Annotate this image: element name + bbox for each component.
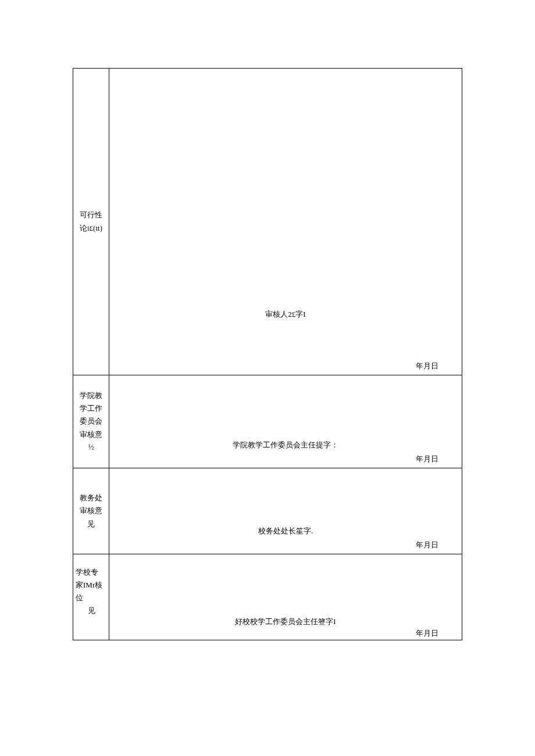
label-line: 学工作: [74, 402, 108, 415]
row-label-cell: 学院教 学工作 委员会 审核意 ½: [73, 375, 109, 468]
row-content-cell: 学院教学工作委员会主任提字： 年月日: [109, 375, 462, 468]
signer-line: 审核人2£字I: [109, 309, 462, 320]
approval-table: 可行性 论i£(tt) 审核人2£字I 年月日 学院教 学工作 委员会 审核意 …: [73, 68, 462, 640]
label-line: 见: [76, 604, 108, 617]
label-line: 可行性: [74, 209, 108, 221]
label-line: 委员会: [74, 415, 108, 428]
label-line: 位: [76, 592, 108, 604]
label-line: 家IMr核: [76, 579, 108, 592]
row-label-cell: 学校专 家IMr核 位 见: [73, 554, 109, 640]
label-line: 学校专: [76, 566, 108, 579]
row-content-cell: 校务处处长笙字. 年月日: [109, 468, 462, 554]
signer-line: 校务处处长笙字.: [109, 526, 462, 536]
row-label-cell: 可行性 论i£(tt): [73, 69, 109, 375]
date-line: 年月日: [416, 454, 438, 464]
signer-line: 好校校学工作委员会主任簦字I: [109, 617, 462, 627]
row-content-cell: 好校校学工作委员会主任簦字I 年月日: [109, 554, 462, 640]
label-line: 论i£(tt): [74, 222, 108, 235]
row-content-cell: 审核人2£字I 年月日: [109, 69, 462, 375]
date-line: 年月日: [416, 361, 438, 371]
document-page: 可行性 论i£(tt) 审核人2£字I 年月日 学院教 学工作 委员会 审核意 …: [73, 68, 462, 640]
label-line: 教务处: [74, 492, 108, 504]
label-line: 审核意: [74, 504, 108, 517]
label-line: 学院教: [74, 389, 108, 402]
label-line: 审核意: [74, 428, 108, 441]
table-row: 教务处 审核意 见 校务处处长笙字. 年月日: [73, 468, 462, 554]
date-line: 年月日: [416, 628, 438, 639]
table-row: 学院教 学工作 委员会 审核意 ½ 学院教学工作委员会主任提字： 年月日: [73, 375, 462, 468]
table-row: 可行性 论i£(tt) 审核人2£字I 年月日: [73, 69, 462, 375]
row-label-cell: 教务处 审核意 见: [73, 468, 109, 554]
signer-line: 学院教学工作委员会主任提字：: [109, 440, 462, 450]
label-line: 见: [74, 518, 108, 531]
date-line: 年月日: [416, 540, 438, 550]
table-row: 学校专 家IMr核 位 见 好校校学工作委员会主任簦字I 年月日: [73, 554, 462, 640]
label-line: ½: [74, 441, 108, 454]
